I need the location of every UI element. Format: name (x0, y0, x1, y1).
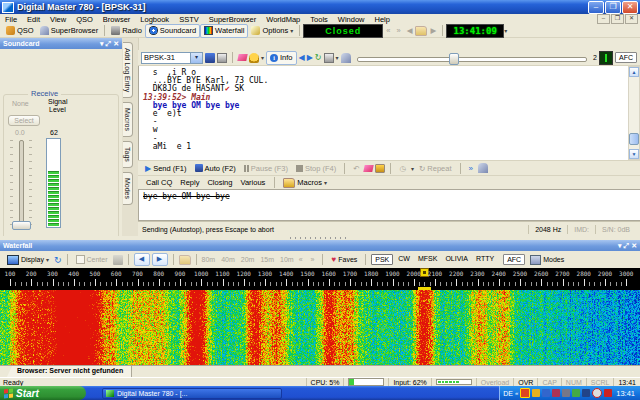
tray-icon[interactable] (572, 389, 580, 397)
transmit-input[interactable]: bye bye OM bye bye (138, 189, 640, 221)
receive-text-pane[interactable]: s ,i R o ...BYE BYE Karl, 73 CUL. DK8JG … (138, 66, 628, 160)
menu-browser[interactable]: Browser (98, 15, 136, 24)
print-icon[interactable] (217, 53, 227, 63)
timer-icon[interactable]: ◷ (396, 162, 409, 174)
side-tab-tags[interactable]: Tags (123, 141, 133, 168)
arrow-left-icon[interactable]: ◀ (299, 53, 305, 62)
taskbar-app-button[interactable]: Digital Master 780 - [... (102, 388, 282, 399)
faves-button[interactable]: ♥Faves (328, 254, 360, 266)
tray-icon[interactable] (582, 389, 590, 397)
wf-afc-button[interactable]: AFC (503, 254, 525, 265)
select-button[interactable]: Select (8, 115, 40, 126)
side-tab-add-log-entry[interactable]: Add Log Entry (123, 42, 133, 98)
macro-closing[interactable]: Closing (203, 178, 236, 187)
wfmode-olivia[interactable]: OLIVIA (442, 254, 471, 265)
radio-button[interactable]: Radio (108, 25, 145, 37)
menu-logbook[interactable]: Logbook (135, 15, 174, 24)
mdi-restore-icon[interactable]: ❐ (611, 14, 624, 24)
qso-button[interactable]: QSO (3, 25, 37, 37)
waterfall-button[interactable]: Waterfall (200, 24, 248, 38)
menu-file[interactable]: File (0, 15, 22, 24)
macros-button[interactable]: Macros▾ (280, 177, 330, 189)
panel-float-icon[interactable]: ⤢ (106, 40, 112, 48)
tray-icon[interactable] (520, 388, 530, 398)
menu-worldmap[interactable]: WorldMap (261, 15, 305, 24)
shift-left-icon[interactable]: ◀ (134, 253, 150, 266)
wf-folder-icon[interactable] (179, 255, 191, 265)
info-button[interactable]: iInfo (266, 51, 297, 65)
stop-button[interactable]: Stop (F4) (293, 162, 339, 174)
save-icon[interactable] (205, 53, 215, 63)
tray-icon[interactable] (552, 389, 560, 397)
wfmode-rtty[interactable]: RTTY (473, 254, 497, 265)
afc-button[interactable]: AFC (615, 52, 637, 63)
panel-close-icon[interactable]: ✕ (113, 40, 119, 48)
menu-window[interactable]: Window (333, 15, 370, 24)
tray-icon[interactable] (562, 389, 570, 397)
tray-icon[interactable] (532, 389, 540, 397)
macro-call-cq[interactable]: Call CQ (142, 178, 176, 187)
nav-back-icon[interactable]: « (383, 25, 393, 37)
shift-right-icon[interactable]: ▶ (152, 253, 168, 266)
sync-icon[interactable]: ↻ (54, 255, 62, 265)
tray-icon[interactable] (542, 389, 550, 397)
refresh-icon[interactable]: ↻ (315, 53, 322, 62)
erase-icon[interactable] (237, 54, 247, 61)
prev-icon[interactable]: ◀ (404, 25, 416, 37)
wf-close-icon[interactable]: ✕ (631, 242, 637, 250)
wf-menu-icon[interactable]: ▾ (618, 242, 622, 250)
display-button[interactable]: Display▾ (4, 254, 52, 266)
alert-bell-icon[interactable] (249, 53, 259, 63)
mdi-minimize-icon[interactable]: – (597, 14, 610, 24)
scroll-down-icon[interactable]: ▼ (629, 149, 639, 159)
mode-select[interactable]: BPSK-31▾ (141, 52, 203, 64)
clear-icon[interactable] (364, 165, 374, 172)
menu-sstv[interactable]: SSTV (174, 15, 204, 24)
arrow-right-icon[interactable]: ▶ (307, 53, 313, 62)
lock-icon[interactable] (375, 164, 385, 173)
language-indicator[interactable]: DE (503, 390, 513, 397)
insert-icon[interactable]: » (466, 162, 476, 174)
mdi-close-icon[interactable]: ✕ (625, 14, 638, 24)
superbrowser-button[interactable]: SuperBrowser (37, 25, 102, 37)
panel-menu-icon[interactable]: ▾ (100, 40, 104, 48)
squelch-slider-thumb[interactable] (449, 53, 459, 65)
scroll-thumb[interactable] (629, 133, 639, 145)
options-button[interactable]: Options▾ (248, 25, 296, 37)
maximize-icon[interactable]: ❐ (605, 1, 621, 14)
send-button[interactable]: ▶Send (F1) (142, 162, 190, 174)
band-80m[interactable]: 80m (202, 256, 216, 263)
wfmode-psk[interactable]: PSK (371, 254, 393, 265)
gain-slider[interactable] (19, 140, 24, 228)
band-back-icon[interactable]: « (296, 254, 306, 266)
nav-forward-icon[interactable]: » (393, 25, 403, 37)
receive-scrollbar[interactable]: ▲ ▼ (628, 66, 640, 160)
grid-icon[interactable] (113, 255, 123, 265)
window-icon[interactable] (341, 53, 351, 63)
menu-superbrowser[interactable]: SuperBrowser (204, 15, 262, 24)
gain-slider-thumb[interactable] (12, 221, 31, 230)
folder-icon[interactable] (415, 26, 427, 36)
band-10m[interactable]: 10m (280, 256, 294, 263)
start-button[interactable]: Start (0, 386, 86, 400)
modes-button[interactable]: Modes (527, 254, 567, 266)
wfmode-cw[interactable]: CW (395, 254, 413, 265)
undo-icon[interactable]: ↶ (350, 162, 362, 174)
layout-icon[interactable] (324, 53, 334, 63)
waterfall-spectrogram[interactable] (0, 290, 640, 365)
menu-qso[interactable]: QSO (71, 15, 98, 24)
side-tab-modes[interactable]: Modes (123, 172, 133, 205)
pause-button[interactable]: Pause (F3) (241, 162, 291, 174)
center-checkbox[interactable]: Center (73, 254, 111, 266)
toolbar-overflow-icon[interactable]: ▾ (504, 27, 507, 34)
close-icon[interactable]: ✕ (622, 1, 638, 14)
band-fwd-icon[interactable]: » (308, 254, 318, 266)
menu-help[interactable]: Help (370, 15, 395, 24)
menu-edit[interactable]: Edit (22, 15, 45, 24)
band-15m[interactable]: 15m (260, 256, 274, 263)
minimize-icon[interactable]: – (588, 1, 604, 14)
wf-float-icon[interactable]: ⤢ (624, 242, 630, 250)
tray-collapse-icon[interactable]: « (515, 390, 518, 396)
band-20m[interactable]: 20m (241, 256, 255, 263)
tray-icon[interactable] (604, 389, 612, 397)
